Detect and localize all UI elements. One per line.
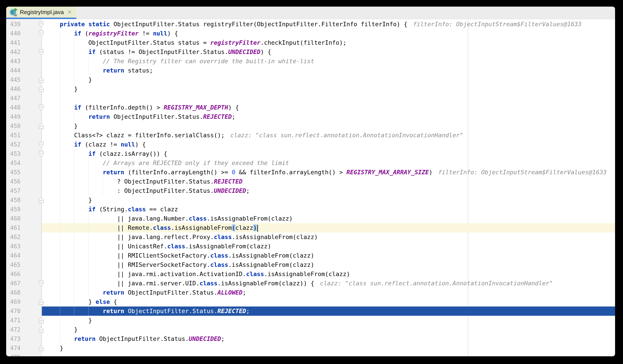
code-line-445[interactable]: } — [42, 75, 615, 85]
line-number: 459 — [10, 205, 21, 214]
fold-marker[interactable] — [39, 86, 44, 92]
code-line-471[interactable]: } — [42, 316, 615, 325]
line-number: 455 — [10, 168, 21, 177]
line-number: 465 — [10, 260, 21, 269]
line-number: 445 — [10, 75, 21, 85]
code-line-468[interactable]: return ObjectInputFilter.Status.ALLOWED; — [42, 288, 615, 297]
code-line-467[interactable]: || java.rmi.server.UID.class.isAssignabl… — [42, 279, 615, 288]
fold-marker[interactable] — [39, 21, 44, 27]
code-line-473[interactable]: return ObjectInputFilter.Status.UNDECIDE… — [42, 334, 615, 343]
line-number: 467 — [10, 279, 21, 288]
line-number: 456 — [10, 177, 21, 186]
fold-marker[interactable] — [39, 197, 44, 203]
line-number: 453 — [10, 149, 21, 158]
line-number: 454 — [10, 158, 21, 168]
code-line-465[interactable]: || RMIServerSocketFactory.class.isAssign… — [42, 260, 615, 269]
tab-close-icon[interactable]: ✕ — [67, 9, 72, 15]
line-number: 447 — [10, 94, 21, 103]
line-number: 442 — [10, 47, 21, 57]
line-number: 475 — [10, 353, 21, 356]
line-number: 471 — [10, 316, 21, 325]
fold-marker[interactable] — [39, 299, 44, 305]
fold-marker[interactable] — [39, 31, 44, 36]
code-line-474[interactable]: } — [42, 343, 615, 353]
line-number: 452 — [10, 140, 21, 149]
line-number: 450 — [10, 121, 21, 131]
code-line-447[interactable] — [42, 94, 615, 103]
code-line-440[interactable]: if (registryFilter != null) { — [42, 29, 615, 38]
code-line-455[interactable]: return (filterInfo.arrayLength() >= 0 &&… — [42, 168, 615, 177]
line-number: 443 — [10, 57, 21, 66]
code-line-466[interactable]: || java.rmi.activation.ActivationID.clas… — [42, 269, 615, 279]
code-line-448[interactable]: if (filterInfo.depth() > REGISTRY_MAX_DE… — [42, 103, 615, 112]
code-line-469[interactable]: } else { — [42, 297, 615, 306]
fold-marker[interactable] — [39, 151, 44, 157]
code-area[interactable]: private static ObjectInputFilter.Status … — [42, 19, 615, 356]
tab-title: RegistryImpl.java — [20, 9, 64, 16]
fold-marker[interactable] — [39, 142, 44, 148]
line-number: 466 — [10, 269, 21, 279]
indent-guide — [60, 94, 60, 103]
code-line-454[interactable]: // Arrays are REJECTED only if they exce… — [42, 158, 615, 168]
line-number: 464 — [10, 251, 21, 260]
code-line-475[interactable] — [42, 353, 615, 356]
code-line-463[interactable]: || UnicastRef.class.isAssignableFrom(cla… — [42, 242, 615, 251]
java-class-icon: C — [10, 8, 18, 16]
line-number: 446 — [10, 85, 21, 94]
line-number: 474 — [10, 343, 21, 353]
debugger-inline-hint: filterInfo: ObjectInputStream$FilterValu… — [413, 21, 581, 27]
code-line-451[interactable]: Class<?> clazz = filterInfo.serialClass(… — [42, 131, 615, 140]
code-line-472[interactable]: } — [42, 325, 615, 334]
line-number: 473 — [10, 334, 21, 343]
code-editor[interactable]: 4394404414424434444454464474484494504514… — [6, 19, 615, 356]
fold-marker[interactable] — [39, 123, 44, 129]
debugger-inline-hint: filterInfo: ObjectInputStream$FilterValu… — [438, 169, 607, 176]
code-line-444[interactable]: return status; — [42, 66, 615, 75]
code-line-462[interactable]: || java.lang.reflect.Proxy.class.isAssig… — [42, 233, 615, 242]
tab-registryimpl-java[interactable]: C RegistryImpl.java ✕ — [6, 7, 76, 19]
fold-marker[interactable] — [39, 345, 44, 351]
code-line-452[interactable]: if (clazz != null) { — [42, 140, 615, 149]
code-line-443[interactable]: // The Registry filter can override the … — [42, 57, 615, 66]
code-line-439[interactable]: private static ObjectInputFilter.Status … — [42, 20, 615, 29]
code-line-446[interactable]: } — [42, 85, 615, 94]
fold-marker[interactable] — [39, 49, 44, 55]
line-number: 448 — [10, 103, 21, 112]
line-number: 457 — [10, 186, 21, 195]
line-number: 441 — [10, 38, 21, 47]
debugger-inline-hint: clazz: "class sun.reflect.annotation.Ann… — [230, 132, 463, 139]
line-number: 460 — [10, 214, 21, 223]
line-number: 451 — [10, 131, 21, 140]
code-line-441[interactable]: ObjectInputFilter.Status status = regist… — [42, 38, 615, 47]
fold-marker[interactable] — [39, 105, 44, 110]
readonly-lock-icon — [14, 13, 17, 16]
line-number: 461 — [10, 223, 21, 233]
code-line-453[interactable]: if (clazz.isArray()) { — [42, 149, 615, 158]
fold-marker[interactable] — [39, 318, 44, 323]
code-line-460[interactable]: || java.lang.Number.class.isAssignableFr… — [42, 214, 615, 223]
code-line-450[interactable]: } — [42, 121, 615, 131]
runnable-overlay-icon — [15, 8, 18, 11]
line-number: 440 — [10, 29, 21, 38]
line-number: 462 — [10, 233, 21, 242]
line-number: 463 — [10, 242, 21, 251]
debugger-inline-hint: clazz: "class sun.reflect.annotation.Ann… — [320, 280, 553, 287]
line-number: 439 — [10, 20, 21, 29]
fold-marker[interactable] — [39, 327, 44, 332]
code-line-456[interactable]: ? ObjectInputFilter.Status.REJECTED — [42, 177, 615, 186]
fold-marker[interactable] — [39, 280, 44, 286]
code-line-449[interactable]: return ObjectInputFilter.Status.REJECTED… — [42, 112, 615, 121]
code-line-458[interactable]: } — [42, 195, 615, 205]
code-line-464[interactable]: || RMIClientSocketFactory.class.isAssign… — [42, 251, 615, 260]
code-line-470[interactable]: return ObjectInputFilter.Status.REJECTED… — [42, 306, 615, 316]
editor-tab-bar: C RegistryImpl.java ✕ — [6, 7, 615, 19]
code-line-457[interactable]: : ObjectInputFilter.Status.UNDECIDED; — [42, 186, 615, 195]
line-number: 449 — [10, 112, 21, 121]
text-caret — [257, 225, 258, 232]
fold-marker[interactable] — [39, 77, 44, 83]
line-number: 468 — [10, 288, 21, 297]
code-line-459[interactable]: if (String.class == clazz — [42, 205, 615, 214]
line-number: 444 — [10, 66, 21, 75]
code-line-461[interactable]: || Remote.class.isAssignableFrom(clazz) — [42, 223, 615, 233]
code-line-442[interactable]: if (status != ObjectInputFilter.Status.U… — [42, 47, 615, 57]
